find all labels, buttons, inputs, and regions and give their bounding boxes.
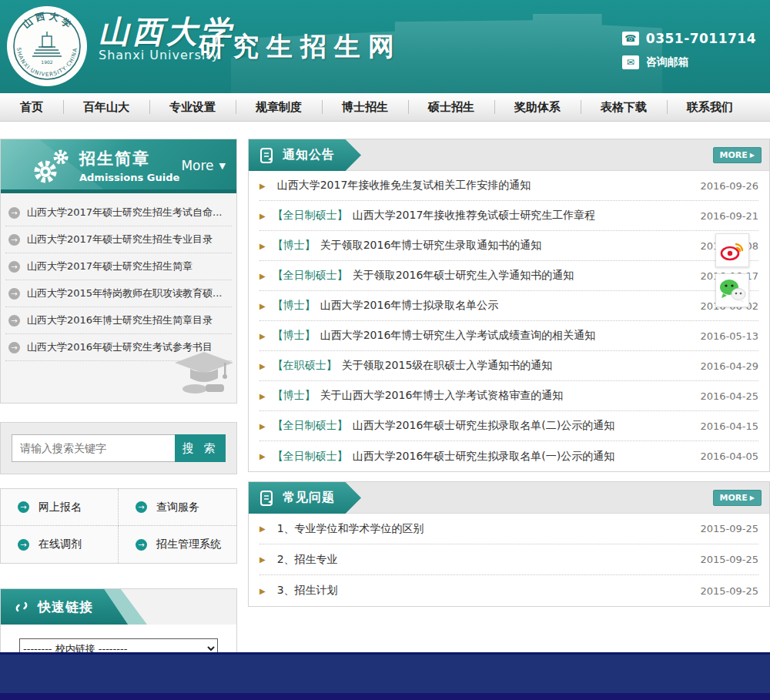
notice-row[interactable]: ▶【全日制硕士】山西大学2016年硕士研究生拟录取名单(二)公示的通知2016-… xyxy=(259,411,758,441)
faq-row[interactable]: ▶1、专业学位和学术学位的区别2015-09-25 xyxy=(259,514,758,544)
notice-row[interactable]: ▶【全日制硕士】山西大学2016年硕士研究生拟录取名单(一)公示的通知2016-… xyxy=(259,441,758,471)
notice-row[interactable]: ▶【全日制硕士】山西大学2017年接收推荐免试硕士研究生工作章程2016-09-… xyxy=(259,201,758,231)
faq-header-band: 常见问题 xyxy=(249,482,361,514)
faq-row[interactable]: ▶3、招生计划2015-09-25 xyxy=(259,575,758,606)
admissions-link[interactable]: 山西大学2016年博士研究生招生简章目录 xyxy=(27,313,213,327)
notice-date: 2016-04-05 xyxy=(692,450,758,462)
admissions-more-button[interactable]: More ▼ xyxy=(181,158,226,173)
bullet-arrow-icon: ▶ xyxy=(259,524,266,533)
quick-service-label: 在线调剂 xyxy=(38,538,82,551)
notice-row[interactable]: ▶【全日制硕士】关于领取2016年硕士研究生入学通知书的通知2016-06-17 xyxy=(259,261,758,291)
list-item[interactable]: →山西大学2016年博士研究生招生简章目录 xyxy=(5,307,232,334)
nav-item-regulations[interactable]: 规章制度 xyxy=(236,93,322,121)
svg-text:1902: 1902 xyxy=(41,59,52,65)
notice-tag: 【博士】 xyxy=(273,299,316,313)
faq-link[interactable]: 3、招生计划 xyxy=(277,584,338,598)
notice-row[interactable]: ▶【博士】关于领取2016年博士研究生录取通知书的通知2016-07-08 xyxy=(259,231,758,261)
nav-item-contact[interactable]: 联系我们 xyxy=(667,93,753,121)
admissions-guide-panel: 招生简章 Admissions Guide More ▼ →山西大学2017年硕… xyxy=(0,139,237,404)
faq-link[interactable]: 1、专业学位和学术学位的区别 xyxy=(277,522,424,536)
admissions-guide-header: 招生简章 Admissions Guide More ▼ xyxy=(1,139,236,193)
nav-item-history[interactable]: 百年山大 xyxy=(63,93,149,121)
nav-item-programs[interactable]: 专业设置 xyxy=(149,93,236,121)
university-logo-seal[interactable]: 山 西 大 学 SHANXI·UNIVERSITY·CHINA 1902 xyxy=(6,5,88,87)
nav-item-phd-admissions[interactable]: 博士招生 xyxy=(322,93,408,121)
quick-service-label: 查询服务 xyxy=(156,501,199,514)
list-item[interactable]: →山西大学2017年硕士研究生招生考试自命... xyxy=(5,199,232,226)
list-item[interactable]: →山西大学2017年硕士研究生招生简章 xyxy=(5,253,232,280)
nav-item-downloads[interactable]: 表格下载 xyxy=(581,93,667,121)
list-item[interactable]: →山西大学2016年硕士研究生考试参考书目 xyxy=(5,334,232,361)
notice-row[interactable]: ▶山西大学2017年接收推免生复试相关工作安排的通知2016-09-26 xyxy=(259,171,758,201)
bullet-arrow-icon: ▶ xyxy=(259,555,266,564)
faq-panel: 常见问题 MORE ▶ ▶1、专业学位和学术学位的区别2015-09-25 ▶2… xyxy=(248,481,770,607)
notice-link[interactable]: 山西大学2017年接收推免生复试相关工作安排的通知 xyxy=(277,179,531,193)
online-adjustment-link[interactable]: → 在线调剂 xyxy=(1,526,119,563)
admissions-link[interactable]: 山西大学2015年特岗教师在职攻读教育硕... xyxy=(27,286,222,300)
nav-item-scholarships[interactable]: 奖助体系 xyxy=(494,93,581,121)
notice-link[interactable]: 山西大学2016年博士研究生入学考试成绩查询的相关通知 xyxy=(320,329,596,343)
nav-item-home[interactable]: 首页 xyxy=(0,93,63,121)
list-item[interactable]: →山西大学2015年特岗教师在职攻读教育硕... xyxy=(5,280,232,307)
admissions-system-link[interactable]: → 招生管理系统 xyxy=(119,526,236,563)
admissions-link[interactable]: 山西大学2017年硕士研究生招生简章 xyxy=(27,260,192,273)
notice-link[interactable]: 关于领取2015级在职硕士入学通知书的通知 xyxy=(342,359,553,373)
notice-row[interactable]: ▶【博士】山西大学2016年博士研究生入学考试成绩查询的相关通知2016-05-… xyxy=(259,321,758,351)
admissions-guide-list: →山西大学2017年硕士研究生招生考试自命... →山西大学2017年硕士研究生… xyxy=(1,193,236,403)
notice-tag: 【全日制硕士】 xyxy=(273,419,348,433)
notice-date: 2016-09-21 xyxy=(692,210,758,222)
site-title: 研究生招生网 xyxy=(199,29,402,65)
bullet-arrow-icon: ▶ xyxy=(259,272,266,280)
faq-more-button[interactable]: MORE ▶ xyxy=(713,490,762,506)
notice-row[interactable]: ▶【在职硕士】关于领取2015级在职硕士入学通知书的通知2016-04-29 xyxy=(259,351,758,381)
faq-date: 2015-09-25 xyxy=(692,585,758,597)
notice-link[interactable]: 关于山西大学2016年博士入学考试资格审查的通知 xyxy=(320,389,564,403)
notice-link[interactable]: 关于领取2016年博士研究生录取通知书的通知 xyxy=(320,239,542,253)
notice-tag: 【在职硕士】 xyxy=(273,359,337,373)
query-service-link[interactable]: → 查询服务 xyxy=(119,489,236,526)
admissions-link[interactable]: 山西大学2016年硕士研究生考试参考书目 xyxy=(27,340,213,354)
more-label: MORE xyxy=(720,493,748,503)
list-item[interactable]: →山西大学2017年硕士研究生招生专业目录 xyxy=(5,226,232,253)
notice-date: 2016-04-29 xyxy=(692,360,758,372)
notice-link[interactable]: 山西大学2016年硕士研究生拟录取名单(二)公示的通知 xyxy=(353,419,615,433)
notice-link[interactable]: 山西大学2016年硕士研究生拟录取名单(一)公示的通知 xyxy=(353,450,615,464)
main-column: 通知公告 MORE ▶ ▶山西大学2017年接收推免生复试相关工作安排的通知20… xyxy=(248,139,770,700)
notices-panel: 通知公告 MORE ▶ ▶山西大学2017年接收推免生复试相关工作安排的通知20… xyxy=(248,139,770,472)
footer-bottom-strip xyxy=(0,693,770,700)
search-input[interactable] xyxy=(12,434,175,462)
notice-row[interactable]: ▶【博士】山西大学2016年博士拟录取名单公示2016-06-02 xyxy=(259,291,758,321)
email-link[interactable]: 咨询邮箱 xyxy=(646,55,689,69)
notice-date: 2016-05-13 xyxy=(692,330,758,342)
header-contact: ☎ 0351-7011714 ✉ 咨询邮箱 xyxy=(622,31,756,79)
faq-row[interactable]: ▶2、招生专业2015-09-25 xyxy=(259,544,758,575)
admissions-link[interactable]: 山西大学2017年硕士研究生招生专业目录 xyxy=(27,233,213,246)
notice-link[interactable]: 山西大学2017年接收推荐免试硕士研究生工作章程 xyxy=(353,209,596,223)
arrow-circle-icon: → xyxy=(8,288,20,300)
bullet-arrow-icon: ▶ xyxy=(259,212,266,220)
bullet-arrow-icon: ▶ xyxy=(259,362,266,370)
admissions-guide-title: 招生简章 xyxy=(79,148,179,169)
weibo-share-button[interactable] xyxy=(715,233,749,267)
notice-link[interactable]: 山西大学2016年博士拟录取名单公示 xyxy=(320,299,499,313)
site-header: 山 西 大 学 SHANXI·UNIVERSITY·CHINA 1902 山西大… xyxy=(0,0,770,93)
notice-row[interactable]: ▶【博士】关于山西大学2016年博士入学考试资格审查的通知2016-04-25 xyxy=(259,381,758,411)
online-registration-link[interactable]: → 网上报名 xyxy=(1,489,119,526)
bullet-arrow-icon: ▶ xyxy=(259,182,266,190)
wechat-share-button[interactable] xyxy=(715,273,749,307)
notices-list: ▶山西大学2017年接收推免生复试相关工作安排的通知2016-09-26 ▶【全… xyxy=(249,171,769,471)
notices-more-button[interactable]: MORE ▶ xyxy=(713,147,762,163)
main-navigation: 首页 百年山大 专业设置 规章制度 博士招生 硕士招生 奖助体系 表格下载 联系… xyxy=(0,93,770,122)
notice-tag: 【博士】 xyxy=(273,329,316,343)
email-row[interactable]: ✉ 咨询邮箱 xyxy=(622,55,756,69)
chevron-down-icon: ▼ xyxy=(219,161,226,171)
phone-row: ☎ 0351-7011714 xyxy=(622,31,756,46)
notice-link[interactable]: 关于领取2016年硕士研究生入学通知书的通知 xyxy=(353,269,574,283)
bullet-arrow-icon: ▶ xyxy=(259,587,266,595)
notice-date: 2016-04-25 xyxy=(692,390,758,402)
faq-link[interactable]: 2、招生专业 xyxy=(277,553,338,567)
search-button[interactable]: 搜 索 xyxy=(175,434,226,462)
faq-date: 2015-09-25 xyxy=(692,554,758,565)
admissions-link[interactable]: 山西大学2017年硕士研究生招生考试自命... xyxy=(27,206,222,219)
nav-item-masters-admissions[interactable]: 硕士招生 xyxy=(408,93,494,121)
